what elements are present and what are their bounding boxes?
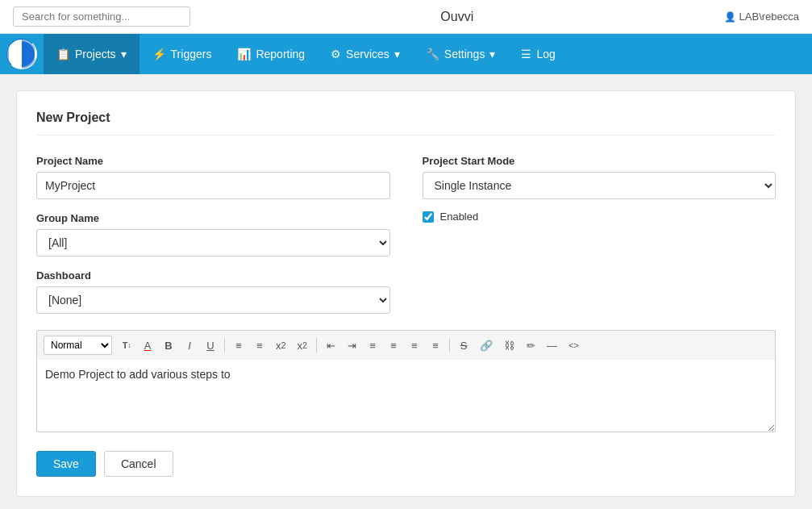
nav-item-services: ⚙ Services ▾ [318, 34, 413, 74]
font-color-button[interactable]: A [138, 336, 157, 355]
nav-label-settings: Settings [444, 48, 485, 60]
projects-dropdown-icon: ▾ [121, 48, 127, 60]
justify-button[interactable]: ≡ [426, 336, 445, 355]
ordered-list-button[interactable]: ≡ [229, 336, 248, 355]
group-name-select[interactable]: [All] Group 1 Group 2 [36, 229, 390, 257]
description-textarea[interactable] [36, 360, 776, 432]
start-mode-label: Project Start Mode [423, 155, 777, 167]
nav-bar: 📋 Projects ▾ ⚡ Triggers 📊 Reporting ⚙ Se… [0, 34, 812, 74]
nav-link-log[interactable]: ☰ Log [508, 34, 568, 74]
nav-label-reporting: Reporting [256, 48, 305, 60]
project-name-group: Project Name [36, 155, 390, 199]
nav-item-triggers: ⚡ Triggers [139, 34, 225, 74]
top-bar: Ouvvi LAB\rebecca [0, 0, 812, 34]
editor-wrapper [36, 360, 776, 435]
reporting-icon: 📊 [237, 48, 251, 60]
settings-dropdown-icon: ▾ [489, 48, 495, 60]
form-grid: Project Name Group Name [All] Group 1 Gr… [36, 155, 776, 314]
highlight-button[interactable]: ✏ [521, 336, 540, 355]
services-icon: ⚙ [331, 48, 341, 60]
source-button[interactable]: <> [564, 336, 584, 355]
projects-icon: 📋 [56, 48, 70, 60]
triggers-icon: ⚡ [152, 48, 166, 60]
font-size-button[interactable]: T↕ [117, 336, 136, 355]
nav-label-log: Log [536, 48, 555, 60]
save-button[interactable]: Save [36, 451, 96, 477]
subscript-button[interactable]: x2 [271, 336, 291, 355]
align-center-button[interactable]: ≡ [384, 336, 403, 355]
dashboard-select[interactable]: [None] Dashboard 1 Dashboard 2 [36, 286, 390, 314]
toolbar-sep-3 [449, 338, 450, 353]
nav-link-settings[interactable]: 🔧 Settings ▾ [413, 34, 509, 74]
services-dropdown-icon: ▾ [394, 48, 400, 60]
new-project-card: New Project Project Name Group Name [All… [16, 90, 796, 497]
form-actions: Save Cancel [36, 451, 776, 477]
nav-item-log: ☰ Log [508, 34, 568, 74]
nav-items: 📋 Projects ▾ ⚡ Triggers 📊 Reporting ⚙ Se… [44, 34, 568, 74]
nav-link-reporting[interactable]: 📊 Reporting [224, 34, 318, 74]
link-button[interactable]: 🔗 [475, 336, 498, 355]
superscript-button[interactable]: x2 [293, 336, 313, 355]
nav-label-projects: Projects [75, 48, 116, 60]
project-name-input[interactable] [36, 172, 390, 199]
group-name-group: Group Name [All] Group 1 Group 2 [36, 212, 390, 257]
underline-button[interactable]: U [201, 336, 220, 355]
search-input[interactable] [13, 6, 190, 27]
start-mode-select[interactable]: Single Instance Multiple Instances Manua… [423, 172, 777, 199]
search-area[interactable] [13, 6, 190, 27]
user-display: LAB\rebecca [724, 10, 799, 23]
align-left-button[interactable]: ≡ [363, 336, 382, 355]
app-title: Ouvvi [440, 10, 473, 24]
cancel-button[interactable]: Cancel [104, 451, 173, 477]
outdent-button[interactable]: ⇤ [321, 336, 340, 355]
nav-label-services: Services [346, 48, 389, 60]
format-select[interactable]: Normal Heading 1 Heading 2 Heading 3 [44, 336, 112, 355]
right-column: Project Start Mode Single Instance Multi… [423, 155, 777, 314]
enabled-label[interactable]: Enabled [440, 211, 479, 223]
bold-button[interactable]: B [159, 336, 178, 355]
enabled-checkbox[interactable] [423, 211, 434, 223]
dashboard-label: Dashboard [36, 269, 390, 282]
nav-link-triggers[interactable]: ⚡ Triggers [139, 34, 225, 74]
hr-button[interactable]: — [542, 336, 562, 355]
nav-label-triggers: Triggers [171, 48, 212, 60]
dashboard-group: Dashboard [None] Dashboard 1 Dashboard 2 [36, 269, 390, 314]
nav-item-projects: 📋 Projects ▾ [44, 34, 139, 74]
toolbar-sep-2 [316, 338, 317, 353]
editor-toolbar: Normal Heading 1 Heading 2 Heading 3 T↕ … [36, 330, 776, 360]
nav-item-reporting: 📊 Reporting [224, 34, 318, 74]
page-title: New Project [36, 111, 776, 136]
nav-link-projects[interactable]: 📋 Projects ▾ [44, 34, 139, 74]
align-right-button[interactable]: ≡ [405, 336, 424, 355]
start-mode-group: Project Start Mode Single Instance Multi… [423, 155, 777, 199]
strikethrough-button[interactable]: S [454, 336, 473, 355]
log-icon: ☰ [521, 48, 531, 60]
main-content: New Project Project Name Group Name [All… [0, 74, 812, 509]
project-name-label: Project Name [36, 155, 390, 167]
unordered-list-button[interactable]: ≡ [250, 336, 269, 355]
indent-button[interactable]: ⇥ [342, 336, 361, 355]
left-column: Project Name Group Name [All] Group 1 Gr… [36, 155, 390, 314]
group-name-label: Group Name [36, 212, 390, 224]
nav-item-settings: 🔧 Settings ▾ [413, 34, 509, 74]
editor-section: Normal Heading 1 Heading 2 Heading 3 T↕ … [36, 330, 776, 435]
toolbar-sep-1 [224, 338, 225, 353]
nav-link-services[interactable]: ⚙ Services ▾ [318, 34, 413, 74]
app-logo [6, 39, 37, 69]
settings-icon: 🔧 [426, 48, 439, 60]
unlink-button[interactable]: ⛓ [499, 336, 519, 355]
enabled-group: Enabled [423, 211, 777, 223]
italic-button[interactable]: I [180, 336, 199, 355]
